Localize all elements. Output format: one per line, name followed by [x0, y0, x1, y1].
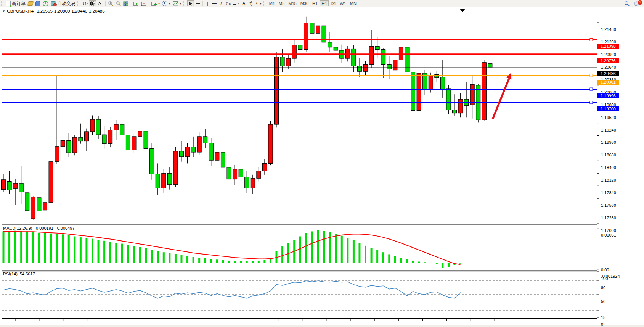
- candlestick-chart-button[interactable]: [89, 0, 96, 6]
- search-button[interactable]: [623, 0, 631, 6]
- market-watch-button[interactable]: [27, 0, 34, 6]
- periods-button[interactable]: ▾: [161, 0, 172, 6]
- chart-shift-marker[interactable]: [460, 9, 465, 12]
- candle-body: [239, 169, 243, 177]
- new-order-label: 新订单: [12, 0, 26, 7]
- candle-body: [298, 45, 302, 50]
- candle-body: [399, 47, 403, 60]
- chart-shift-button[interactable]: [140, 0, 148, 6]
- hline-handle-1.19996[interactable]: [590, 88, 593, 90]
- hline-handle-1.19700[interactable]: [590, 101, 593, 104]
- bar-chart-button[interactable]: [81, 0, 89, 6]
- channel-icon: ⫽: [226, 1, 228, 6]
- new-order-icon: +: [6, 1, 11, 6]
- candle-body: [90, 119, 95, 132]
- candle-body: [173, 151, 178, 185]
- timeframe-m5[interactable]: M5: [277, 0, 286, 6]
- trendline-tool[interactable]: /: [218, 0, 225, 6]
- text-label-tool[interactable]: T: [247, 0, 254, 6]
- crosshair-icon: [195, 1, 200, 6]
- timeframe-h1[interactable]: H1: [310, 0, 320, 6]
- one-click-panel-arrow[interactable]: ▼: [2, 10, 5, 13]
- timeframe-m1[interactable]: M1: [267, 0, 277, 6]
- timeframe-m15[interactable]: M15: [286, 0, 298, 6]
- trend-arrow[interactable]: [493, 79, 509, 119]
- add-indicator-button[interactable]: ▾: [150, 0, 161, 6]
- text-tool[interactable]: A: [240, 0, 247, 6]
- zoom-in-icon: [108, 1, 113, 6]
- chart-canvas[interactable]: [0, 7, 644, 327]
- fibonacci-tool[interactable]: ☰F: [232, 0, 240, 6]
- candle-body: [114, 124, 118, 130]
- candle-body: [55, 147, 59, 162]
- candle-body: [405, 47, 409, 72]
- candle-body: [67, 140, 71, 153]
- text-icon: A: [242, 1, 245, 6]
- timeframe-m30[interactable]: M30: [299, 0, 310, 6]
- timeframe-mn[interactable]: MN: [348, 0, 358, 6]
- auto-scroll-button[interactable]: [132, 0, 140, 6]
- signals-icon: [43, 1, 48, 6]
- horizontal-line-icon: —: [212, 1, 217, 6]
- rsi-name: RSI(14): [3, 272, 18, 276]
- timeframe-d1[interactable]: D1: [329, 0, 338, 6]
- line-chart-button[interactable]: [96, 0, 104, 6]
- toolbar-drag-handle[interactable]: [77, 1, 80, 6]
- autotrading-button[interactable]: 自动交易: [50, 0, 77, 6]
- chat-button[interactable]: 1: [633, 0, 641, 6]
- bar-chart-icon: [82, 1, 88, 6]
- add-indicator-icon: [151, 1, 157, 6]
- auto-scroll-icon: [133, 1, 139, 6]
- toolbar-drag-handle[interactable]: [183, 1, 186, 6]
- cursor-button[interactable]: [187, 0, 194, 6]
- candle-body: [292, 45, 296, 58]
- toolbar-drag-handle[interactable]: [263, 1, 266, 6]
- candle-body: [227, 167, 231, 179]
- chevron-down-icon: ▾: [158, 2, 160, 5]
- candle-body: [185, 147, 190, 157]
- clock-icon: [162, 1, 167, 6]
- hline-handle-1.20301[interactable]: [590, 74, 593, 77]
- timeframe-h4[interactable]: H4: [320, 0, 329, 6]
- toolbar-drag-handle[interactable]: [1, 1, 3, 6]
- signals-button[interactable]: [42, 0, 50, 6]
- zoom-out-icon: [116, 1, 121, 6]
- candle-body: [429, 76, 433, 89]
- candle-body: [96, 119, 101, 135]
- tile-windows-button[interactable]: [122, 0, 130, 6]
- templates-button[interactable]: ▾: [172, 0, 183, 6]
- equidistant-channel-tool[interactable]: ⫽E: [225, 0, 232, 6]
- rsi-line: [3, 281, 461, 298]
- chat-badge: 1: [638, 0, 642, 5]
- chevron-down-icon: ▾: [180, 2, 181, 5]
- candle-body: [7, 181, 11, 190]
- tile-windows-icon: [123, 1, 128, 6]
- candle-body: [25, 193, 29, 211]
- candle-body: [203, 137, 207, 143]
- zoom-out-button[interactable]: [114, 0, 122, 6]
- candle-body: [61, 140, 65, 146]
- candle-body: [2, 180, 6, 190]
- new-order-button[interactable]: + 新订单: [5, 0, 27, 6]
- navigator-button[interactable]: [34, 0, 42, 6]
- crosshair-button[interactable]: [194, 0, 201, 6]
- arrows-tool[interactable]: ✦▾: [254, 0, 262, 6]
- horizontal-line-tool[interactable]: —: [211, 0, 218, 6]
- macd-histogram: [3, 230, 461, 268]
- vertical-line-icon: |: [207, 1, 208, 6]
- candle-body: [215, 152, 219, 160]
- candles-layer: [2, 17, 492, 220]
- candle-body: [197, 137, 201, 152]
- candle-body: [221, 152, 225, 167]
- vertical-line-tool[interactable]: |: [204, 0, 211, 6]
- candle-body: [251, 178, 255, 188]
- chart-title: ▼ GBPUSD-,H4 1.20565 1.20860 1.20446 1.2…: [2, 9, 105, 13]
- zoom-in-button[interactable]: [107, 0, 114, 6]
- timeframe-w1[interactable]: W1: [338, 0, 348, 6]
- hline-handle-1.21098[interactable]: [590, 38, 593, 41]
- line-chart-icon: [98, 1, 103, 6]
- ohlc-high: 1.20860: [54, 9, 70, 13]
- candle-body: [43, 203, 47, 210]
- autotrading-label: 自动交易: [57, 0, 75, 7]
- candle-body: [162, 173, 166, 188]
